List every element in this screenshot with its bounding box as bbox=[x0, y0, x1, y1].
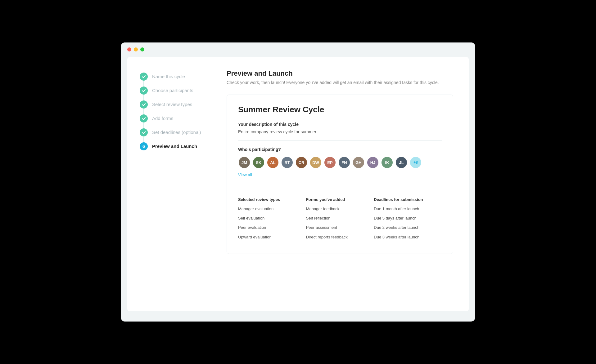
form-1: Manager feedback bbox=[306, 206, 374, 212]
deadline-2: Due 5 days after launch bbox=[374, 215, 442, 221]
step-2-label: Choose participants bbox=[152, 83, 193, 97]
step-4-label: Add forms bbox=[152, 111, 173, 125]
deadlines-col: Deadlines for submission Due 1 month aft… bbox=[374, 197, 442, 244]
main-content: Preview and Launch Check your work, then… bbox=[214, 57, 469, 311]
titlebar bbox=[121, 42, 475, 54]
avatar-6: DW bbox=[309, 156, 322, 169]
step-5-label: Set deadlines (optional) bbox=[152, 125, 201, 139]
maximize-button[interactable] bbox=[140, 47, 144, 51]
avatar-11: IK bbox=[381, 156, 393, 169]
step-6-label: Preview and Launch bbox=[152, 139, 197, 153]
review-type-2: Self evaluation bbox=[238, 215, 306, 221]
deadline-1: Due 1 month after launch bbox=[374, 206, 442, 212]
step-6-icon: 6 bbox=[140, 142, 148, 150]
participants-label: Who's participating? bbox=[238, 147, 442, 152]
step-1-icon bbox=[140, 73, 148, 81]
form-2: Self reflection bbox=[306, 215, 374, 221]
avatar-5: CR bbox=[295, 156, 308, 169]
preview-card: Summer Review Cycle Your description of … bbox=[227, 95, 453, 254]
step-5[interactable]: Set deadlines (optional) bbox=[140, 125, 205, 139]
avatar-8: FN bbox=[338, 156, 350, 169]
forms-header: Forms you've added bbox=[306, 197, 374, 202]
avatar-3: AL bbox=[267, 156, 279, 169]
avatar-1: JM bbox=[238, 156, 251, 169]
deadlines-header: Deadlines for submission bbox=[374, 197, 442, 202]
step-5-icon bbox=[140, 128, 148, 136]
form-3: Peer assessment bbox=[306, 225, 374, 230]
sidebar: Name this cycle Choose participants Sele… bbox=[127, 57, 214, 311]
form-4: Direct reports feedback bbox=[306, 234, 374, 240]
app-window: Name this cycle Choose participants Sele… bbox=[121, 42, 475, 322]
avatar-12: JL bbox=[395, 156, 408, 169]
three-col-section: Selected review types Manager evaluation… bbox=[238, 197, 442, 244]
divider-1 bbox=[238, 140, 442, 141]
step-3[interactable]: Select review types bbox=[140, 97, 205, 111]
divider-2 bbox=[238, 191, 442, 191]
deadline-3: Due 2 weeks after launch bbox=[374, 225, 442, 230]
deadline-4: Due 3 weeks after launch bbox=[374, 234, 442, 240]
avatar-9: GH bbox=[352, 156, 365, 169]
avatar-4: BT bbox=[281, 156, 293, 169]
avatar-7: EP bbox=[324, 156, 336, 169]
avatar-more: +8 bbox=[409, 156, 422, 169]
step-1-label: Name this cycle bbox=[152, 69, 185, 83]
description-text: Entire company review cycle for summer bbox=[238, 129, 442, 134]
avatars-row: JM SK AL BT CR DW EP FN GH HJ IK JL +8 bbox=[238, 156, 442, 169]
avatar-2: SK bbox=[252, 156, 265, 169]
step-3-icon bbox=[140, 100, 148, 109]
step-1[interactable]: Name this cycle bbox=[140, 69, 205, 83]
step-2[interactable]: Choose participants bbox=[140, 83, 205, 97]
forms-col: Forms you've added Manager feedback Self… bbox=[306, 197, 374, 244]
window-content: Name this cycle Choose participants Sele… bbox=[127, 57, 469, 311]
cycle-title: Summer Review Cycle bbox=[238, 105, 442, 114]
avatar-10: HJ bbox=[367, 156, 379, 169]
step-4-icon bbox=[140, 114, 148, 122]
close-button[interactable] bbox=[127, 47, 131, 51]
minimize-button[interactable] bbox=[134, 47, 138, 51]
step-6[interactable]: 6 Preview and Launch bbox=[140, 139, 205, 153]
review-type-4: Upward evaluation bbox=[238, 234, 306, 240]
step-2-icon bbox=[140, 87, 148, 95]
review-type-1: Manager evaluation bbox=[238, 206, 306, 212]
view-all-link[interactable]: View all bbox=[238, 172, 252, 177]
description-label: Your description of this cycle bbox=[238, 122, 442, 127]
page-title: Preview and Launch bbox=[227, 69, 453, 78]
review-types-header: Selected review types bbox=[238, 197, 306, 202]
review-type-3: Peer evaluation bbox=[238, 225, 306, 230]
step-4[interactable]: Add forms bbox=[140, 111, 205, 125]
page-subtitle: Check your work, then launch! Everyone y… bbox=[227, 79, 453, 86]
review-types-col: Selected review types Manager evaluation… bbox=[238, 197, 306, 244]
step-3-label: Select review types bbox=[152, 97, 192, 111]
